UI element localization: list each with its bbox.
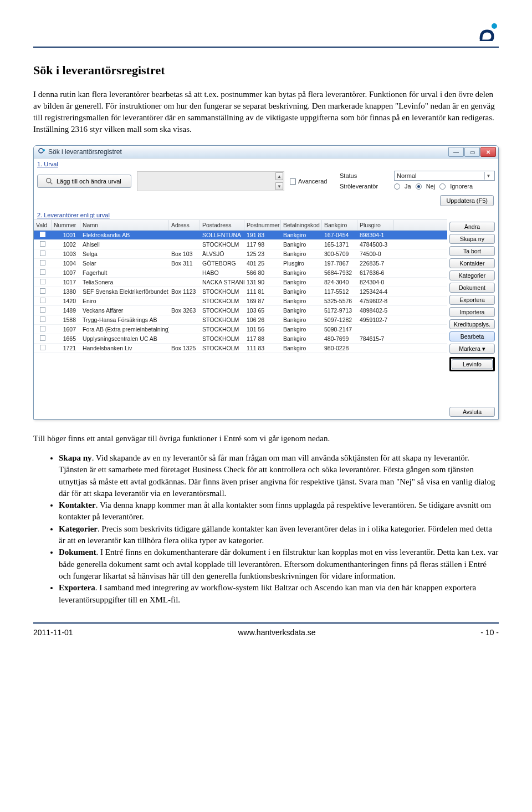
radio-ignorera[interactable]	[439, 183, 446, 190]
table-cell: Bankgiro	[281, 334, 322, 343]
row-checkbox[interactable]	[40, 316, 45, 322]
status-combo[interactable]: Normal ▼	[394, 171, 495, 181]
importera-button[interactable]: Importera	[449, 307, 495, 317]
dokument-button[interactable]: Dokument	[449, 283, 495, 293]
column-header[interactable]: Nummer	[52, 220, 80, 230]
table-cell	[169, 297, 200, 305]
kredituppl-button[interactable]: Kredituppslys.	[449, 319, 495, 329]
urval-criteria-box: ▲ ▼	[137, 171, 284, 191]
table-cell: SEF Svenska Elektrikerförbundet	[80, 287, 169, 296]
table-row[interactable]: 1380SEF Svenska ElektrikerförbundetBox 1…	[34, 287, 447, 297]
table-row[interactable]: 1588Trygg-Hansa Försäkrings ABSTOCKHOLM1…	[34, 315, 447, 325]
table-row[interactable]: 1001Elektroskandia ABSOLLENTUNA191 83Ban…	[34, 231, 447, 240]
minimize-button[interactable]: —	[448, 147, 464, 157]
table-cell: 191 83	[244, 231, 281, 239]
row-checkbox[interactable]	[40, 279, 45, 284]
exportera-button[interactable]: Exportera	[449, 295, 495, 305]
bearbeta-button[interactable]: Bearbeta	[449, 331, 495, 341]
table-cell: 824-3040	[322, 278, 357, 287]
column-header[interactable]: Plusgiro	[357, 220, 394, 230]
radio-ignorera-label: Ignorera	[450, 183, 473, 190]
close-button[interactable]: ✕	[480, 147, 496, 157]
column-header[interactable]: Vald	[34, 220, 52, 230]
column-header[interactable]: Postadress	[200, 220, 244, 230]
table-cell: 197-7867	[322, 259, 357, 268]
scroll-down-icon[interactable]: ▼	[275, 182, 283, 190]
table-row[interactable]: 1017TeliaSoneraNACKA STRAND131 90Bankgir…	[34, 278, 447, 287]
row-checkbox[interactable]	[40, 241, 45, 247]
row-checkbox[interactable]	[40, 288, 45, 294]
kategorier-button[interactable]: Kategorier	[449, 270, 495, 280]
row-checkbox[interactable]	[40, 298, 45, 303]
row-checkbox[interactable]	[40, 307, 45, 313]
table-row[interactable]: 1607Fora AB (Extra premieinbetalning)STO…	[34, 325, 447, 334]
radio-ja[interactable]	[394, 183, 400, 190]
levinfo-button[interactable]: Levinfo	[452, 359, 493, 369]
table-cell: Bankgiro	[281, 278, 322, 287]
table-cell: 5325-5576	[322, 297, 357, 305]
row-checkbox[interactable]	[40, 269, 45, 275]
radio-nej[interactable]	[416, 183, 422, 190]
maximize-button[interactable]: ▭	[464, 147, 480, 157]
kontakter-button[interactable]: Kontakter	[449, 258, 495, 268]
supplier-table: ValdNummerNamnAdressPostadressPostnummer…	[34, 219, 447, 419]
svg-point-1	[39, 149, 43, 153]
column-header[interactable]: Betalningskod	[281, 220, 322, 230]
titlebar[interactable]: Sök i leverantörsregistret — ▭ ✕	[34, 146, 498, 159]
markera-button[interactable]: Markera ▾	[449, 344, 495, 354]
table-row[interactable]: 1420EniroSTOCKHOLM169 87Bankgiro5325-557…	[34, 297, 447, 306]
criteria-scrollbar[interactable]: ▲ ▼	[275, 172, 283, 190]
table-row[interactable]: 1721Handelsbanken LivBox 1325STOCKHOLM11…	[34, 344, 447, 353]
advanced-checkbox[interactable]	[290, 178, 296, 185]
table-cell: Bankgiro	[281, 306, 322, 315]
table-cell	[169, 278, 200, 287]
row-checkbox[interactable]	[40, 232, 45, 237]
table-cell	[34, 240, 52, 249]
table-row[interactable]: 1007FagerhultHABO566 80Bankgiro5684-7932…	[34, 268, 447, 278]
table-cell: Selga	[80, 249, 169, 258]
table-cell: HABO	[200, 268, 244, 277]
skapa-ny-button[interactable]: Skapa ny	[449, 234, 495, 244]
table-row[interactable]: 1002AhlsellSTOCKHOLM117 98Bankgiro165-13…	[34, 240, 447, 249]
table-row[interactable]: 1004SolarBox 311GÖTEBORG401 25Plusgiro19…	[34, 259, 447, 268]
row-checkbox[interactable]	[40, 260, 45, 265]
table-cell: Box 3263	[169, 306, 200, 315]
update-button[interactable]: Uppdatera (F5)	[440, 195, 494, 206]
add-urval-button[interactable]: Lägg till och ändra urval	[37, 175, 131, 188]
svg-point-2	[43, 149, 45, 151]
feature-bullet-list: Skapa ny. Vid skapande av en ny leverant…	[33, 452, 499, 606]
row-checkbox[interactable]	[40, 326, 45, 331]
andra-button[interactable]: Ändra	[449, 222, 495, 232]
table-row[interactable]: 1665Upplysningscentralen UC ABSTOCKHOLM1…	[34, 334, 447, 344]
strolev-label: Ströleverantör	[340, 183, 391, 190]
avsluta-button[interactable]: Avsluta	[449, 407, 495, 417]
column-header[interactable]: Postnummer	[244, 220, 281, 230]
row-checkbox[interactable]	[40, 251, 45, 256]
table-cell: Bankgiro	[281, 344, 322, 353]
table-row[interactable]: 1489Veckans AffärerBox 3263STOCKHOLM103 …	[34, 306, 447, 315]
table-cell: SOLLENTUNA	[200, 231, 244, 239]
add-urval-label: Lägg till och ändra urval	[57, 178, 121, 185]
column-header[interactable]: Adress	[169, 220, 200, 230]
scroll-up-icon[interactable]: ▲	[275, 172, 283, 180]
table-cell: Solar	[80, 259, 169, 268]
table-cell: STOCKHOLM	[200, 297, 244, 305]
table-cell: Fora AB (Extra premieinbetalning)	[80, 325, 169, 334]
table-cell: Bankgiro	[281, 268, 322, 277]
list-section-header[interactable]: 2. Leverantörer enligt urval	[34, 210, 498, 219]
row-checkbox[interactable]	[40, 345, 45, 350]
table-cell: Bankgiro	[281, 325, 322, 334]
table-cell: 784615-7	[357, 334, 394, 343]
urval-section-header[interactable]: 1. Urval	[34, 159, 498, 168]
table-cell	[357, 325, 394, 334]
ta-bort-button[interactable]: Ta bort	[449, 246, 495, 256]
table-cell: Bankgiro	[281, 315, 322, 324]
table-row[interactable]: 1003SelgaBox 103ÄLVSJÖ125 23Bankgiro300-…	[34, 249, 447, 259]
bullet-item: Exportera. I samband med integrering av …	[59, 582, 499, 606]
table-cell: 131 90	[244, 278, 281, 287]
column-header[interactable]: Bankgiro	[322, 220, 357, 230]
status-value: Normal	[397, 172, 416, 179]
row-checkbox[interactable]	[40, 335, 45, 341]
table-cell	[169, 325, 200, 334]
column-header[interactable]: Namn	[80, 220, 169, 230]
